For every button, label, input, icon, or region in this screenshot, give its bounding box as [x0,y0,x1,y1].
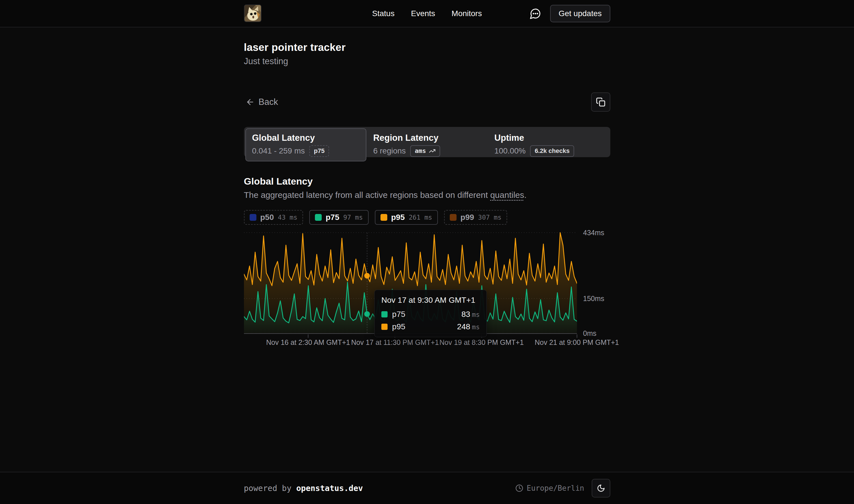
region-ams-badge: ams [410,145,440,157]
powered-by-text: powered by [244,484,296,493]
page-footer: powered by openstatus.dev Europe/Berlin [0,472,854,504]
p50-swatch [250,214,256,221]
chat-bubble-icon [529,7,541,19]
chart-tooltip: Nov 17 at 9:30 AM GMT+1 p75 83 ms p95 24… [374,290,487,337]
p50-label: p50 [260,213,274,222]
tab-region-latency-title: Region Latency [373,133,481,143]
main-content: laser pointer tracker Just testing Back … [0,28,854,472]
tab-uptime-percentage: 100.00% [494,146,526,156]
tooltip-p95-unit: ms [472,323,480,331]
legend-toggle-p50[interactable]: p50 43 ms [244,210,303,225]
tooltip-p75-value: 83 [461,310,470,319]
timezone-label: Europe/Berlin [527,484,584,492]
region-ams-label: ams [415,147,426,155]
tooltip-p95-label: p95 [392,322,405,331]
cat-logo-image [244,5,261,21]
xtick-nov21: Nov 21 at 9:00 PM GMT+1 [534,338,619,346]
p75-label: p75 [326,213,339,222]
page-title: laser pointer tracker [244,41,610,53]
back-button[interactable]: Back [244,94,280,110]
p99-value: 307 ms [478,214,502,221]
nav-link-events[interactable]: Events [411,9,435,18]
tooltip-p95-swatch [381,324,387,330]
p99-label: p99 [460,213,474,222]
ytick-434ms: 434ms [583,229,604,237]
get-updates-button[interactable]: Get updates [550,5,610,22]
tab-region-latency-count: 6 regions [373,146,406,156]
p75-badge: p75 [309,145,329,157]
openstatus-brand: openstatus.dev [296,484,363,493]
ytick-150ms: 150ms [583,294,604,303]
description-text: The aggregated latency from all active r… [244,190,490,200]
p50-value: 43 ms [278,214,297,221]
tooltip-timestamp: Nov 17 at 9:30 AM GMT+1 [381,296,480,305]
quantiles-link[interactable]: quantiles [490,190,524,200]
tooltip-p75-unit: ms [472,311,480,318]
page-head: laser pointer tracker Just testing [244,28,610,67]
p95-value: 261 ms [409,214,432,221]
feedback-chat-button[interactable] [528,6,543,21]
nav-link-monitors[interactable]: Monitors [452,9,482,18]
tooltip-row-p95: p95 248 ms [381,322,480,331]
tab-uptime[interactable]: Uptime 100.00% 6.2k checks [488,128,609,161]
copy-link-button[interactable] [591,92,610,112]
chart-section-description: The aggregated latency from all active r… [244,190,610,200]
nav-link-status[interactable]: Status [372,9,394,18]
powered-by-link[interactable]: powered by openstatus.dev [244,484,363,493]
legend-toggle-p99[interactable]: p99 307 ms [444,210,507,225]
nav-links: Status Events Monitors [372,9,482,18]
ytick-0ms: 0ms [583,329,597,338]
toolbar-row: Back [244,92,610,112]
tab-global-latency-range: 0.041 - 259 ms [252,146,305,156]
legend-toggle-p75[interactable]: p75 97 ms [309,210,369,225]
tab-region-latency[interactable]: Region Latency 6 regions ams [366,128,488,161]
p95-label: p95 [391,213,405,222]
tooltip-p75-label: p75 [392,310,405,319]
xtick-mark [308,335,308,338]
back-label: Back [259,97,278,107]
page-subtitle: Just testing [244,56,610,67]
p95-swatch [381,214,387,221]
p75-swatch [315,214,322,221]
moon-icon [597,484,605,492]
legend-toggle-p95[interactable]: p95 261 ms [375,210,438,225]
p99-swatch [450,214,456,221]
latency-chart[interactable]: 434ms 150ms 0ms Nov 16 at 2:30 AM GMT+1 … [244,230,610,346]
checks-count-badge: 6.2k checks [530,145,574,157]
xtick-mark [577,335,577,338]
tab-uptime-title: Uptime [494,133,602,143]
tooltip-row-p75: p75 83 ms [381,310,480,319]
quantile-legend: p50 43 ms p75 97 ms p95 261 ms p99 307 m… [244,210,610,225]
xtick-nov16: Nov 16 at 2:30 AM GMT+1 [266,338,350,346]
tab-global-latency-title: Global Latency [252,133,360,143]
copy-icon [596,97,605,107]
tooltip-p95-value: 248 [457,322,470,331]
theme-toggle-button[interactable] [592,479,610,498]
status-page-logo[interactable] [244,4,261,22]
xtick-nov19: Nov 19 at 8:30 PM GMT+1 [440,338,524,346]
clock-icon [515,484,523,492]
p75-value: 97 ms [343,214,363,221]
tooltip-p75-swatch [381,311,387,318]
chart-section-title: Global Latency [244,176,610,187]
description-period: . [524,190,526,200]
top-navigation: Status Events Monitors Get updates [0,0,854,28]
tab-global-latency[interactable]: Global Latency 0.041 - 259 ms p75 [246,128,367,161]
nav-right: Get updates [482,5,610,22]
xtick-nov17: Nov 17 at 11:30 PM GMT+1 [351,338,439,346]
trending-up-icon [429,147,436,154]
arrow-left-icon [246,97,255,107]
section-head: Global Latency The aggregated latency fr… [244,176,610,200]
nav-left [244,4,372,23]
timezone-display: Europe/Berlin [515,484,584,492]
metric-tabs: Global Latency 0.041 - 259 ms p75 Region… [244,127,610,157]
